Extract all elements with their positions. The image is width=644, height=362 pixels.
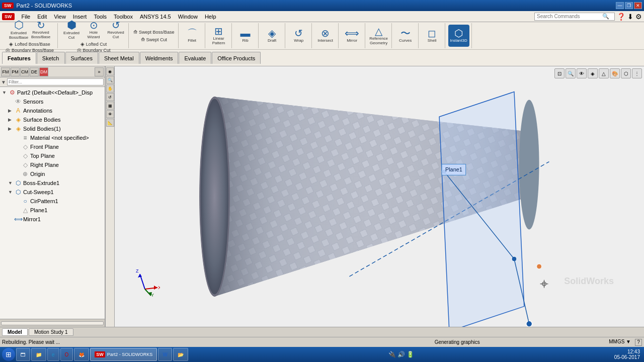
expand-sidebar-btn[interactable]: »: [95, 67, 104, 76]
options-icon[interactable]: ⚙: [635, 13, 642, 21]
tree-cut-sweep1[interactable]: ▼ ⬡ Cut-Sweep1: [1, 188, 104, 197]
taskbar-explorer[interactable]: 📁: [31, 348, 46, 361]
feature-manager-btn[interactable]: FM: [1, 67, 10, 76]
lofted-cut-button[interactable]: ◈Lofted Cut: [79, 41, 109, 47]
hide-planes-btn[interactable]: △: [599, 68, 609, 78]
reference-geometry-button[interactable]: △ ReferenceGeometry: [368, 25, 389, 47]
tree-solid-bodies[interactable]: ▶ ◈ Solid Bodies(1): [1, 124, 104, 133]
expand-icon[interactable]: ⬇: [627, 13, 633, 21]
menu-help[interactable]: Help: [202, 13, 219, 21]
tab-office-products[interactable]: Office Products: [212, 52, 261, 64]
sw-taskbar-label: Part2 - SOLIDWORKS: [107, 352, 153, 357]
tab-motion-study[interactable]: Motion Study 1: [29, 328, 73, 336]
linear-pattern-button[interactable]: ⊞ LinearPattern: [208, 25, 229, 47]
taskbar-word[interactable]: W: [158, 348, 172, 361]
restore-btn[interactable]: ❐: [625, 2, 633, 9]
view-selector-btn[interactable]: ◉: [106, 67, 114, 75]
shell-button[interactable]: ◻ Shell: [422, 25, 443, 47]
taskbar-opera[interactable]: O: [60, 348, 73, 361]
taskbar-firefox[interactable]: 🦊: [74, 348, 89, 361]
menu-window[interactable]: Window: [175, 13, 201, 21]
rib-icon: ▬: [240, 28, 251, 38]
tab-model[interactable]: Model: [2, 328, 28, 336]
filter-input[interactable]: [7, 78, 104, 85]
section-btn[interactable]: ▦: [106, 102, 114, 110]
orange-ctrl-point[interactable]: [537, 264, 542, 269]
taskbar-solidworks[interactable]: SW Part2 - SOLIDWORKS: [90, 348, 157, 361]
rotate-btn[interactable]: ↺: [106, 93, 114, 101]
tree-front-plane[interactable]: ◇ Front Plane: [1, 142, 104, 151]
close-btn[interactable]: ✕: [634, 2, 642, 9]
revolved-cut-button[interactable]: ↺ RevolvedCut: [105, 19, 126, 41]
tab-features[interactable]: Features: [2, 52, 36, 64]
search-input[interactable]: [537, 14, 602, 19]
cut-sweep1-label: Cut-Sweep1: [23, 189, 54, 195]
measure-btn[interactable]: 📐: [106, 119, 114, 127]
pan-btn[interactable]: ✋: [106, 84, 114, 93]
tree-surface-bodies[interactable]: ▶ ◈ Surface Bodies: [1, 115, 104, 124]
swept-cut-button[interactable]: ⟰Swept Cut: [139, 36, 169, 43]
search-box[interactable]: 🔍: [534, 13, 615, 21]
intersect-button[interactable]: ⊗ Intersect: [315, 25, 336, 47]
hole-wizard-button[interactable]: ⊙ HoleWizard: [83, 19, 104, 41]
start-icon: ⊞: [6, 350, 12, 358]
tab-weldments[interactable]: Weldments: [140, 52, 179, 64]
draft-button[interactable]: ◈ Draft: [262, 25, 283, 47]
fillet-button[interactable]: ⌒ Fillet: [182, 25, 203, 47]
revolved-boss-button[interactable]: ↻ RevolvedBoss/Base: [30, 19, 51, 41]
rib-button[interactable]: ▬ Rib: [235, 25, 256, 47]
swept-boss-button[interactable]: ⟰Swept Boss/Base: [132, 29, 176, 36]
config-manager-btn[interactable]: CM: [20, 67, 29, 76]
tab-evaluate[interactable]: Evaluate: [179, 52, 211, 64]
tree-plane1[interactable]: △ Plane1: [1, 206, 104, 215]
extruded-cut-button[interactable]: ⬢ ExtrudedCut: [61, 19, 82, 41]
dim-expert-btn[interactable]: DE: [30, 67, 39, 76]
wrap-button[interactable]: ↺ Wrap: [288, 25, 309, 47]
tree-top-plane[interactable]: ◇ Top Plane: [1, 151, 104, 160]
extruded-boss-button[interactable]: ⬡ ExtrudedBoss/Base: [8, 19, 29, 41]
draft-label: Draft: [268, 39, 276, 43]
lofted-boss-icon: ◈: [9, 41, 13, 47]
tree-origin[interactable]: ⊕ Origin: [1, 169, 104, 178]
display-manager-btn[interactable]: DM: [39, 67, 48, 76]
more-options-btn[interactable]: ⋮: [632, 68, 642, 78]
taskbar-folder[interactable]: 📂: [173, 348, 188, 361]
appearance-btn[interactable]: 🎨: [610, 68, 620, 78]
origin-icon: ⊕: [21, 170, 29, 178]
tab-sketch[interactable]: Sketch: [37, 52, 65, 64]
help-status[interactable]: ?: [635, 339, 642, 346]
taskbar-files[interactable]: 🗔: [16, 348, 30, 361]
tree-mirror1[interactable]: ⟺ Mirror1: [1, 215, 104, 224]
curves-button[interactable]: 〜 Curves: [395, 25, 416, 47]
tree-part2[interactable]: ▼ ⚙ Part2 (Default<<Default>_Disp: [1, 88, 104, 97]
display-style-btn[interactable]: ◈: [588, 68, 598, 78]
render-btn[interactable]: ⬡: [621, 68, 631, 78]
sidebar-scrollbar[interactable]: [0, 319, 105, 327]
tree-cirpattern1[interactable]: ○ CirPattern1: [1, 197, 104, 206]
instant3d-button[interactable]: ⬡ Instant3D: [448, 25, 469, 47]
sensors-label: Sensors: [23, 99, 43, 105]
tree-sensors[interactable]: 👁 Sensors: [1, 97, 104, 106]
zoom-in-btn[interactable]: 🔍: [566, 68, 576, 78]
hide-show-btn[interactable]: 👁: [106, 110, 114, 118]
zoom-to-fit-btn[interactable]: ⊡: [554, 68, 565, 78]
start-button[interactable]: ⊞: [2, 348, 15, 361]
taskbar-ie[interactable]: e: [47, 348, 59, 361]
tree-annotations[interactable]: ▶ A Annotations: [1, 106, 104, 115]
view-options-btn[interactable]: 👁: [577, 68, 587, 78]
zoom-btn[interactable]: 🔍: [106, 76, 114, 84]
tree-material[interactable]: ≡ Material <not specified>: [1, 133, 104, 142]
tab-sheet-metal[interactable]: Sheet Metal: [99, 52, 139, 64]
help-icon[interactable]: ❓: [617, 13, 625, 21]
units-selector[interactable]: MMGS ▼: [609, 339, 631, 346]
tab-surfaces[interactable]: Surfaces: [65, 52, 98, 64]
sidebar-scroll-track[interactable]: [1, 321, 104, 325]
minimize-btn[interactable]: —: [616, 2, 624, 9]
tree-right-plane[interactable]: ◇ Right Plane: [1, 160, 104, 169]
menu-ansys[interactable]: ANSYS 14.5: [137, 13, 174, 21]
mirror-button[interactable]: ⟺ Mirror: [342, 25, 363, 47]
lofted-boss-button[interactable]: ◈Lofted Boss/Base: [8, 41, 52, 47]
property-manager-btn[interactable]: PM: [11, 67, 20, 76]
material-icon: ≡: [21, 134, 29, 142]
tree-boss-extrude1[interactable]: ▼ ⬡ Boss-Extrude1: [1, 178, 104, 188]
